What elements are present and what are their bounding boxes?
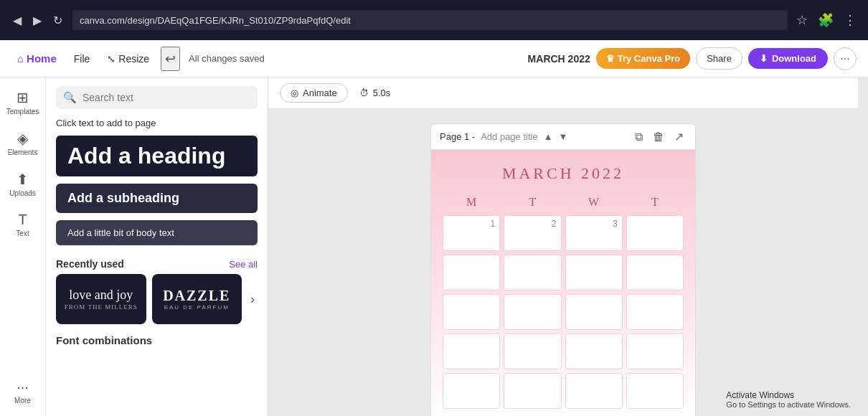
calendar-title: MARCH 2022 (443, 164, 684, 183)
cal-cell-11[interactable] (565, 294, 623, 330)
undo-button[interactable]: ↩ (161, 47, 180, 71)
canvas-scroll[interactable]: Page 1 - Add page title ▲ ▼ ⧉ 🗑 ↗ MARCH … (268, 109, 858, 416)
export-page-button[interactable]: ↗ (671, 128, 687, 145)
cal-cell-5[interactable] (443, 255, 500, 290)
text-label: Text (16, 230, 29, 237)
text-panel: 🔍 Click text to add to page Add a headin… (46, 77, 268, 416)
delete-page-button[interactable]: 🗑 (650, 128, 667, 145)
cal-cell-18[interactable] (504, 373, 561, 409)
animate-button[interactable]: ◎ Animate (280, 83, 348, 103)
day-header-t: T (504, 193, 561, 212)
timer-label: 5.0s (373, 88, 391, 98)
nav-forward-button[interactable]: ▶ (29, 11, 46, 30)
day-header-t2: T (626, 193, 684, 212)
browser-nav: ◀ ▶ ↻ (9, 11, 67, 30)
cal-cell-8[interactable] (626, 255, 684, 290)
animate-label: Animate (303, 88, 337, 98)
clock-icon: ⏱ (359, 88, 369, 98)
uploads-icon: ⬆ (16, 171, 29, 188)
cal-cell-20[interactable] (626, 373, 684, 409)
refresh-button[interactable]: ↻ (49, 11, 67, 30)
calendar-grid: M T W T 1 2 3 (443, 193, 684, 409)
more-options-button[interactable]: ··· (834, 47, 857, 70)
try-pro-label: Try Canva Pro (618, 53, 680, 64)
nav-back-button[interactable]: ◀ (9, 11, 26, 30)
canva-toolbar: ⌂ Home File ⤡ Resize ↩ All changes saved… (0, 40, 868, 77)
timer-button[interactable]: ⏱ 5.0s (359, 88, 391, 98)
cal-cell-2[interactable]: 2 (504, 215, 561, 251)
add-subheading-button[interactable]: Add a subheading (56, 184, 258, 213)
cal-cell-16[interactable] (626, 334, 684, 369)
sidebar-item-templates[interactable]: ⊞ Templates (3, 83, 43, 121)
resize-button[interactable]: ⤡ Resize (101, 50, 155, 67)
cal-cell-3[interactable]: 3 (565, 215, 623, 251)
add-heading-button[interactable]: Add a heading (56, 136, 258, 176)
cal-cell-6[interactable] (504, 255, 561, 290)
day-header-m: M (443, 193, 500, 212)
cal-cell-13[interactable] (443, 334, 500, 369)
cal-cell-12[interactable] (626, 294, 684, 330)
home-button[interactable]: ⌂ Home (11, 49, 62, 67)
main-layout: ⊞ Templates ◈ Elements ⬆ Uploads T Text … (0, 77, 868, 416)
star-icon[interactable]: ☆ (793, 9, 811, 31)
font-previews: love and joy FROM THE MILLERS DAZZLE eau… (46, 274, 268, 324)
templates-label: Templates (6, 108, 39, 115)
file-menu[interactable]: File (68, 50, 96, 67)
font-preview-love-and-joy[interactable]: love and joy FROM THE MILLERS (56, 274, 146, 324)
text-icon: T (18, 212, 27, 228)
page-title-bar: Page 1 - Add page title ▲ ▼ ⧉ 🗑 ↗ (430, 123, 696, 149)
cal-cell-14[interactable] (504, 334, 561, 369)
more-label: More (14, 397, 31, 405)
search-input[interactable] (82, 92, 250, 103)
share-button[interactable]: Share (696, 47, 742, 70)
cal-cell-7[interactable] (565, 255, 623, 290)
menu-icon[interactable]: ⋮ (841, 9, 859, 31)
cal-cell-9[interactable] (443, 294, 500, 330)
home-icon: ⌂ (17, 52, 24, 65)
see-all-link[interactable]: See all (229, 259, 258, 270)
cal-cell-10[interactable] (504, 294, 561, 330)
elements-icon: ◈ (17, 130, 28, 147)
cal-cell-19[interactable] (565, 373, 623, 409)
animate-icon: ◎ (291, 88, 298, 98)
recently-used-title: Recently used (56, 258, 124, 270)
chevron-down-icon[interactable]: ▼ (559, 131, 568, 142)
download-icon: ⬇ (760, 53, 768, 64)
cal-cell-15[interactable] (565, 334, 623, 369)
right-scrollbar[interactable] (858, 77, 868, 416)
sidebar-item-uploads[interactable]: ⬆ Uploads (3, 165, 43, 203)
font-next-button[interactable]: › (247, 289, 258, 310)
font1-line2: FROM THE MILLERS (65, 303, 138, 311)
page-number: Page 1 - (440, 131, 475, 142)
page-add-title[interactable]: Add page title (481, 131, 538, 142)
resize-icon: ⤡ (107, 53, 115, 65)
more-icon: ··· (840, 52, 849, 65)
download-button[interactable]: ⬇ Download (748, 48, 828, 69)
cal-cell-17[interactable] (443, 373, 500, 409)
page-container: Page 1 - Add page title ▲ ▼ ⧉ 🗑 ↗ MARCH … (430, 123, 696, 416)
sub-toolbar: ◎ Animate ⏱ 5.0s (268, 77, 858, 109)
font1-line1: love and joy (69, 288, 133, 303)
calendar-canvas: MARCH 2022 M T W T 1 2 3 (430, 149, 696, 416)
add-body-button[interactable]: Add a little bit of body text (56, 220, 258, 245)
try-pro-button[interactable]: ♛ Try Canva Pro (596, 48, 690, 69)
font2-line2: eau de parfum (164, 304, 230, 311)
canvas-area: ◎ Animate ⏱ 5.0s Page 1 - Add page title… (268, 77, 858, 416)
url-bar[interactable] (72, 10, 788, 30)
crown-icon: ♛ (606, 53, 615, 64)
sidebar-item-elements[interactable]: ◈ Elements (3, 124, 43, 162)
cal-cell-4[interactable] (626, 215, 684, 251)
font-preview-dazzle[interactable]: DAZZLE eau de parfum (152, 274, 242, 324)
search-icon: 🔍 (63, 91, 77, 104)
resize-label: Resize (118, 53, 149, 65)
cal-cell-1[interactable]: 1 (443, 215, 500, 251)
templates-icon: ⊞ (16, 89, 29, 106)
duplicate-page-button[interactable]: ⧉ (632, 128, 646, 145)
sidebar-item-more[interactable]: ··· More (3, 373, 43, 410)
extensions-icon[interactable]: 🧩 (815, 9, 836, 31)
search-bar-wrap: 🔍 (46, 77, 268, 115)
chevron-up-icon[interactable]: ▲ (544, 131, 553, 142)
click-to-add-label: Click text to add to page (46, 115, 268, 136)
font-combinations-label: Font combinations (46, 324, 268, 349)
sidebar-item-text[interactable]: T Text (3, 206, 43, 243)
